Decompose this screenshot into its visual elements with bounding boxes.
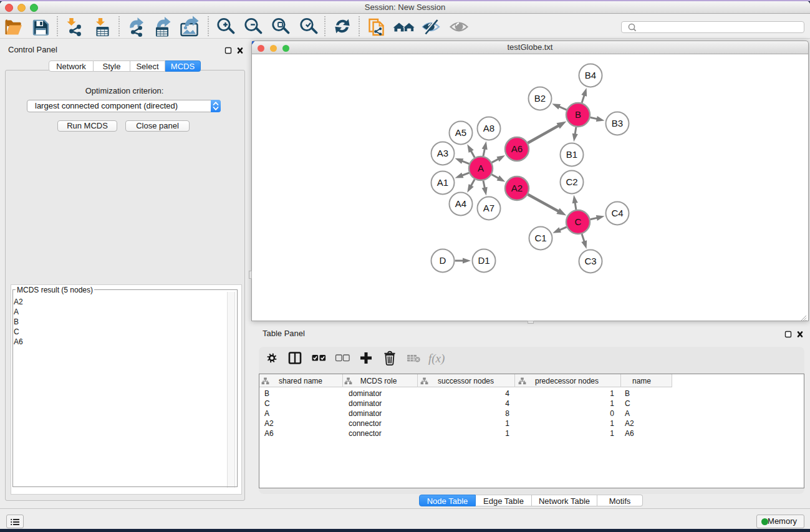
- svg-text:B3: B3: [612, 118, 623, 128]
- svg-text:C: C: [575, 216, 582, 227]
- svg-text:A3: A3: [437, 148, 448, 158]
- svg-text:B4: B4: [585, 70, 596, 80]
- svg-text:A7: A7: [483, 203, 494, 213]
- svg-text:A6: A6: [511, 143, 523, 154]
- svg-text:C3: C3: [584, 256, 596, 266]
- svg-text:A8: A8: [483, 123, 494, 133]
- svg-text:B1: B1: [566, 149, 577, 160]
- svg-text:A1: A1: [437, 177, 448, 188]
- svg-text:A2: A2: [511, 183, 523, 193]
- svg-text:A5: A5: [455, 127, 466, 138]
- svg-text:A4: A4: [455, 198, 466, 209]
- svg-text:f(x): f(x): [428, 352, 445, 365]
- svg-text:B: B: [575, 109, 581, 120]
- svg-text:C4: C4: [611, 208, 623, 218]
- svg-text:A: A: [478, 163, 484, 173]
- svg-text:C2: C2: [566, 177, 577, 187]
- svg-text:B2: B2: [534, 93, 546, 104]
- svg-text:D: D: [440, 255, 446, 266]
- svg-text:C1: C1: [534, 233, 546, 243]
- svg-text:D1: D1: [478, 255, 489, 266]
